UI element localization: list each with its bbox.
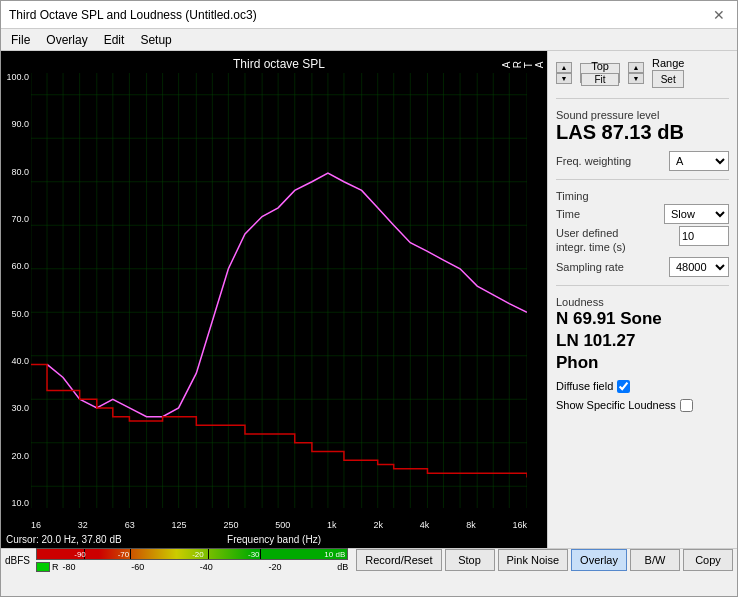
show-specific-label: Show Specific Loudness [556,399,676,411]
top-spinner: ▲ ▼ [556,62,572,84]
copy-button[interactable]: Copy [683,549,733,571]
user-integ-label: User definedintegr. time (s) [556,226,626,255]
scale-neg60: -60 [131,562,144,572]
y-label-100: 100.0 [6,73,29,82]
time-label: Time [556,208,580,220]
user-integ-input[interactable] [679,226,729,246]
stop-button[interactable]: Stop [445,549,495,571]
menu-overlay[interactable]: Overlay [40,31,93,49]
set-button[interactable]: Set [652,70,684,88]
menu-edit[interactable]: Edit [98,31,131,49]
cursor-info: Cursor: 20.0 Hz, 37.80 dB [6,534,122,545]
y-label-50: 50.0 [11,310,29,319]
user-integ-row: User definedintegr. time (s) [556,226,729,255]
time-select[interactable]: Slow Fast Impulse [664,204,729,224]
fit-button[interactable]: Fit [581,73,619,86]
tick-2 [130,549,131,559]
arta-label: A R T A [501,61,545,68]
x-32: 32 [78,520,88,530]
x-16: 16 [31,520,41,530]
main-content: Third octave SPL A R T A 100.0 90.0 80.0… [1,51,737,548]
show-specific-checkbox[interactable] [680,399,693,412]
record-reset-button[interactable]: Record/Reset [356,549,441,571]
x-500: 500 [275,520,290,530]
y-label-10: 10.0 [11,499,29,508]
tick-label-90: -90 [74,550,86,559]
y-label-20: 20.0 [11,452,29,461]
menu-setup[interactable]: Setup [134,31,177,49]
tick-4 [260,549,261,559]
phon-value: Phon [556,352,729,374]
sampling-row: Sampling rate 44100 48000 96000 [556,257,729,277]
close-button[interactable]: ✕ [709,5,729,25]
diffuse-field-checkbox[interactable] [617,380,630,393]
tick-3 [208,549,209,559]
menu-bar: File Overlay Edit Setup [1,29,737,51]
tick-label-30: -30 [248,550,260,559]
x-axis: 16 32 63 125 250 500 1k 2k 4k 8k 16k [31,520,527,530]
chart-title: Third octave SPL [1,53,527,73]
spl-value: LAS 87.13 dB [556,121,729,143]
show-specific-row: Show Specific Loudness [556,399,729,412]
x-2k: 2k [373,520,383,530]
sampling-select[interactable]: 44100 48000 96000 [669,257,729,277]
overlay-button[interactable]: Overlay [571,549,627,571]
bw-button[interactable]: B/W [630,549,680,571]
title-bar: Third Octave SPL and Loudness (Untitled.… [1,1,737,29]
y-axis: 100.0 90.0 80.0 70.0 60.0 50.0 40.0 30.0… [1,73,31,508]
y-label-60: 60.0 [11,262,29,271]
x-250: 250 [223,520,238,530]
menu-file[interactable]: File [5,31,36,49]
n-value: N 69.91 Sone [556,308,729,330]
divider-2 [556,179,729,180]
diffuse-field-row: Diffuse field [556,380,729,393]
chart-area: Third octave SPL A R T A 100.0 90.0 80.0… [1,51,547,548]
freq-weighting-select[interactable]: A B C Z [669,151,729,171]
x-4k: 4k [420,520,430,530]
range-up-button[interactable]: ▲ [628,62,644,73]
loudness-label: Loudness [556,296,729,308]
chart-canvas [31,73,527,508]
top-controls-row: ▲ ▼ Top Fit ▲ ▼ Range Set [556,57,729,88]
y-label-30: 30.0 [11,404,29,413]
y-label-70: 70.0 [11,215,29,224]
y-label-80: 80.0 [11,168,29,177]
buttons-group: Record/Reset Stop Pink Noise Overlay B/W… [356,549,733,571]
chart-canvas-wrapper [31,73,527,508]
freq-weighting-label: Freq. weighting [556,155,631,167]
scale-db: dB [337,562,348,572]
ln-value: LN 101.27 [556,330,729,352]
timing-label: Timing [556,190,729,202]
y-label-90: 90.0 [11,120,29,129]
pink-noise-button[interactable]: Pink Noise [498,549,569,571]
sampling-label: Sampling rate [556,261,624,273]
top-label: Top [591,60,609,72]
dbfs-scale-row: R -80 -60 -40 -20 dB [36,561,348,573]
top-fit-button[interactable]: Top Fit [580,63,620,83]
diffuse-field-label: Diffuse field [556,380,613,392]
main-window: Third Octave SPL and Loudness (Untitled.… [0,0,738,597]
scale-neg80: -80 [63,562,76,572]
range-label: Range [652,57,684,69]
divider-3 [556,285,729,286]
green-r-indicator [36,562,50,572]
timing-section: Timing Time Slow Fast Impulse User defin… [556,188,729,277]
range-down-button[interactable]: ▼ [628,73,644,84]
top-up-button[interactable]: ▲ [556,62,572,73]
dbfs-label: dBFS [5,555,30,566]
level-bar: -90 -70 -20 -30 10 dB [36,548,348,560]
level-meter-container: -90 -70 -20 -30 10 dB R -80 -60 -40 -20 [36,547,348,573]
x-63: 63 [125,520,135,530]
spl-section: Sound pressure level LAS 87.13 dB [556,107,729,143]
tick-label-70: -70 [118,550,130,559]
y-label-40: 40.0 [11,357,29,366]
scale-neg20: -20 [269,562,282,572]
bottom-area: dBFS -90 -70 -20 -30 10 [1,548,737,596]
spl-section-label: Sound pressure level [556,109,729,121]
dbfs-row: dBFS -90 -70 -20 -30 10 [1,549,737,571]
level-bar-outer: -90 -70 -20 -30 10 dB [36,547,348,561]
top-down-button[interactable]: ▼ [556,73,572,84]
right-panel: ▲ ▼ Top Fit ▲ ▼ Range Set [547,51,737,548]
time-row: Time Slow Fast Impulse [556,204,729,224]
tick-label-20: -20 [192,550,204,559]
